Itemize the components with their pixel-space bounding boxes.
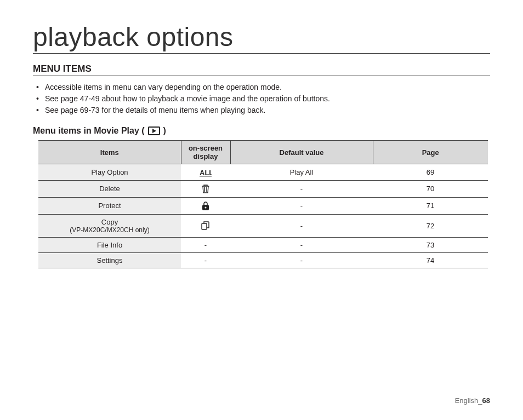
cell-page: 72 (373, 214, 488, 237)
menu-items-table: Items on-screen display Default value Pa… (38, 140, 488, 268)
lock-icon (201, 201, 210, 211)
cell-item: Delete (38, 180, 181, 197)
cell-icon: ALL (181, 164, 230, 181)
col-default: Default value (230, 141, 373, 164)
cell-default: - (230, 180, 373, 197)
cell-default: - (230, 252, 373, 268)
cell-page: 73 (373, 237, 488, 252)
footer-sep: _ (478, 396, 482, 405)
cell-item: Copy (VP-MX20C/MX20CH only) (38, 214, 181, 237)
copy-icon (201, 221, 211, 231)
table-row: Copy (VP-MX20C/MX20CH only) - 72 (38, 214, 488, 237)
table-header-row: Items on-screen display Default value Pa… (38, 141, 488, 164)
cell-item: Play Option (38, 164, 181, 181)
cell-icon: - (181, 252, 230, 268)
cell-page: 71 (373, 197, 488, 214)
footer-page-number: 68 (482, 396, 490, 405)
table-row: Delete - 70 (38, 180, 488, 197)
cell-icon (181, 214, 230, 237)
cell-default: - (230, 237, 373, 252)
cell-item-main: Copy (101, 218, 118, 226)
svg-text:ALL: ALL (200, 169, 212, 177)
table-row: File Info - - 73 (38, 237, 488, 252)
col-page: Page (373, 141, 488, 164)
cell-item: Settings (38, 252, 181, 268)
cell-item-sub: (VP-MX20C/MX20CH only) (43, 226, 177, 234)
play-all-icon: ALL (200, 168, 212, 177)
col-osd: on-screen display (181, 141, 230, 164)
cell-icon: - (181, 237, 230, 252)
table-row: Protect - 71 (38, 197, 488, 214)
cell-default: Play All (230, 164, 373, 181)
cell-default: - (230, 214, 373, 237)
subheading-text-prefix: Menu items in Movie Play ( (33, 126, 145, 136)
page-footer: English_68 (455, 396, 490, 405)
svg-rect-3 (202, 223, 207, 229)
bullet-item: See page 69-73 for the details of menu i… (36, 105, 490, 116)
cell-page: 74 (373, 252, 488, 268)
subheading-text-suffix: ) (163, 126, 166, 136)
cell-page: 69 (373, 164, 488, 181)
bullet-item: See page 47-49 about how to playback a m… (36, 93, 490, 105)
table-row: Play Option ALL Play All 69 (38, 164, 488, 181)
col-items: Items (38, 141, 181, 164)
cell-icon (181, 197, 230, 214)
table-row: Settings - - 74 (38, 252, 488, 268)
cell-item: Protect (38, 197, 181, 214)
page-title: playback options (33, 22, 490, 54)
section-heading-menu-items: MENU ITEMS (33, 64, 490, 76)
cell-icon (181, 180, 230, 197)
movie-play-icon (148, 126, 160, 135)
trash-icon (201, 184, 210, 194)
bullet-list: Accessible items in menu can vary depend… (33, 82, 490, 116)
bullet-item: Accessible items in menu can vary depend… (36, 82, 490, 93)
svg-point-2 (205, 206, 207, 208)
cell-page: 70 (373, 180, 488, 197)
footer-lang: English (455, 396, 479, 405)
cell-item: File Info (38, 237, 181, 252)
subheading-movie-play: Menu items in Movie Play ( ) (33, 126, 490, 136)
cell-default: - (230, 197, 373, 214)
